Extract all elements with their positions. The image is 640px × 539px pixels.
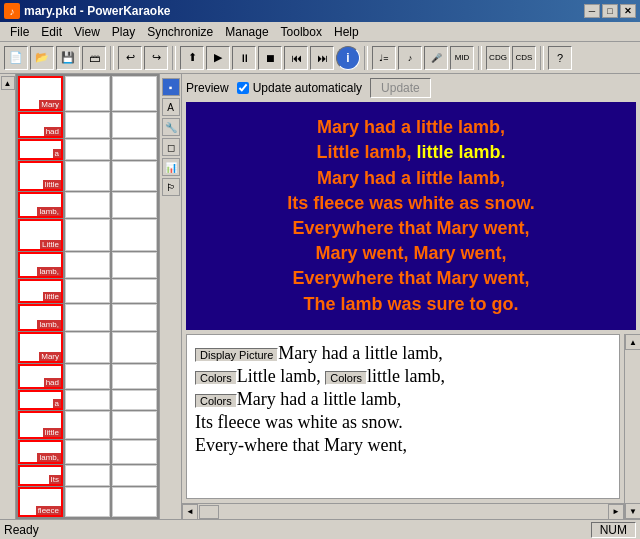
stop-button[interactable]: ⏹ — [258, 46, 282, 70]
open-button[interactable]: 📂 — [30, 46, 54, 70]
voice-button[interactable]: 🎤 — [424, 46, 448, 70]
text-line-3: ColorsMary had a little lamb, — [195, 389, 611, 410]
play-button[interactable]: ▶ — [206, 46, 230, 70]
syllable-little2[interactable]: little — [18, 279, 63, 304]
menu-help[interactable]: Help — [328, 23, 365, 41]
text-line-4: Its fleece was white as snow. — [195, 412, 611, 433]
syllable-lamb2[interactable]: lamb, — [18, 252, 63, 278]
track3-block-6 — [112, 219, 157, 250]
side-btn-2[interactable]: A — [162, 98, 180, 116]
syllable-little[interactable]: little — [18, 161, 63, 191]
next-button[interactable]: ⏭ — [310, 46, 334, 70]
syllable-lamb4[interactable]: lamb, — [18, 440, 63, 465]
save-all-button[interactable]: 🗃 — [82, 46, 106, 70]
menu-bar: File Edit View Play Synchronize Manage T… — [0, 22, 640, 42]
import-button[interactable]: ⬆ — [180, 46, 204, 70]
scroll-up[interactable]: ▲ — [1, 76, 15, 90]
syllable-had2[interactable]: had — [18, 364, 63, 389]
track-area: Mary had a little — [16, 74, 159, 519]
text-line-5: Every-where that Mary went, — [195, 435, 611, 456]
syllable-fleece[interactable]: fleece — [18, 487, 63, 517]
menu-play[interactable]: Play — [106, 23, 141, 41]
menu-edit[interactable]: Edit — [35, 23, 68, 41]
h-scroll-left[interactable]: ◄ — [182, 504, 198, 520]
side-btn-6[interactable]: 🏳 — [162, 178, 180, 196]
menu-view[interactable]: View — [68, 23, 106, 41]
help-toolbar-button[interactable]: ? — [548, 46, 572, 70]
app-icon: ♪ — [4, 3, 20, 19]
track-col-1: Mary had a little — [18, 76, 63, 517]
track-col-2 — [65, 76, 110, 517]
menu-toolbox[interactable]: Toolbox — [275, 23, 328, 41]
track3-block-4 — [112, 161, 157, 191]
track2-block-5 — [65, 192, 110, 218]
main-layout: ▲ Mary had a — [0, 74, 640, 519]
syllable-lamb[interactable]: lamb, — [18, 192, 63, 218]
tag-colors-3[interactable]: Colors — [195, 394, 237, 408]
cd-button[interactable]: CDG — [486, 46, 510, 70]
syllable-little3[interactable]: little — [18, 411, 63, 439]
menu-manage[interactable]: Manage — [219, 23, 274, 41]
text-line-1: Display PictureMary had a little lamb, — [195, 343, 611, 364]
tempo-button[interactable]: ♩= — [372, 46, 396, 70]
toolbar-sep-2 — [172, 46, 176, 70]
syllable-Mary2[interactable]: Mary — [18, 332, 63, 363]
track3-block-1 — [112, 76, 157, 111]
menu-file[interactable]: File — [4, 23, 35, 41]
preview-text: Mary had a little lamb, Little lamb, lit… — [287, 115, 534, 317]
side-btn-4[interactable]: ◻ — [162, 138, 180, 156]
right-panel: Preview Update automaticaly Update Mary … — [182, 74, 640, 519]
syllable-a2[interactable]: a — [18, 390, 63, 410]
toolbar-sep-3 — [364, 46, 368, 70]
v-scroll-track[interactable] — [625, 350, 640, 503]
side-btn-3[interactable]: 🔧 — [162, 118, 180, 136]
preview-line-8: The lamb was sure to go. — [303, 294, 518, 314]
syllable-lamb3[interactable]: lamb, — [18, 304, 63, 330]
update-button[interactable]: Update — [370, 78, 431, 98]
track2-block-6 — [65, 219, 110, 250]
save-button[interactable]: 💾 — [56, 46, 80, 70]
close-button[interactable]: ✕ — [620, 4, 636, 18]
new-button[interactable]: 📄 — [4, 46, 28, 70]
track2-block-14 — [65, 440, 110, 465]
toolbar-sep-5 — [540, 46, 544, 70]
tag-colors-2[interactable]: Colors — [325, 371, 367, 385]
redo-button[interactable]: ↪ — [144, 46, 168, 70]
track3-block-8 — [112, 279, 157, 304]
pitch-button[interactable]: ♪ — [398, 46, 422, 70]
prev-button[interactable]: ⏮ — [284, 46, 308, 70]
minimize-button[interactable]: ─ — [584, 4, 600, 18]
tag-colors-1[interactable]: Colors — [195, 371, 237, 385]
auto-update-label: Update automaticaly — [253, 81, 362, 95]
undo-button[interactable]: ↩ — [118, 46, 142, 70]
text-line-2: ColorsLittle lamb, Colorslittle lamb, — [195, 366, 611, 387]
tag-display-picture[interactable]: Display Picture — [195, 348, 278, 362]
track3-block-15 — [112, 465, 157, 486]
midi-button[interactable]: MID — [450, 46, 474, 70]
cds-button[interactable]: CDS — [512, 46, 536, 70]
track3-block-10 — [112, 332, 157, 363]
syllable-Little[interactable]: Little — [18, 219, 63, 250]
v-scroll-down[interactable]: ▼ — [625, 503, 640, 519]
preview-line-2: Little lamb, little lamb. — [316, 142, 505, 162]
syllable-had[interactable]: had — [18, 112, 63, 138]
h-scroll-track[interactable] — [198, 504, 608, 520]
pause-button[interactable]: ⏸ — [232, 46, 256, 70]
syllable-Its[interactable]: Its — [18, 465, 63, 486]
side-btn-5[interactable]: 📊 — [162, 158, 180, 176]
syllable-Mary[interactable]: Mary — [18, 76, 63, 111]
h-scroll-thumb[interactable] — [199, 505, 219, 519]
preview-line-4: Its fleece was white as snow. — [287, 193, 534, 213]
h-scroll-right[interactable]: ► — [608, 504, 624, 520]
auto-update-checkbox[interactable] — [237, 82, 249, 94]
side-toolbar: ▪ A 🔧 ◻ 📊 🏳 — [160, 74, 182, 519]
track2-block-13 — [65, 411, 110, 439]
info-button[interactable]: i — [336, 46, 360, 70]
v-scroll-up[interactable]: ▲ — [625, 334, 640, 350]
toolbar: 📄 📂 💾 🗃 ↩ ↪ ⬆ ▶ ⏸ ⏹ ⏮ ⏭ i ♩= ♪ 🎤 MID CDG… — [0, 42, 640, 74]
side-btn-1[interactable]: ▪ — [162, 78, 180, 96]
syllable-a[interactable]: a — [18, 139, 63, 160]
maximize-button[interactable]: □ — [602, 4, 618, 18]
menu-synchronize[interactable]: Synchronize — [141, 23, 219, 41]
text-display-area[interactable]: Display PictureMary had a little lamb, C… — [186, 334, 620, 499]
